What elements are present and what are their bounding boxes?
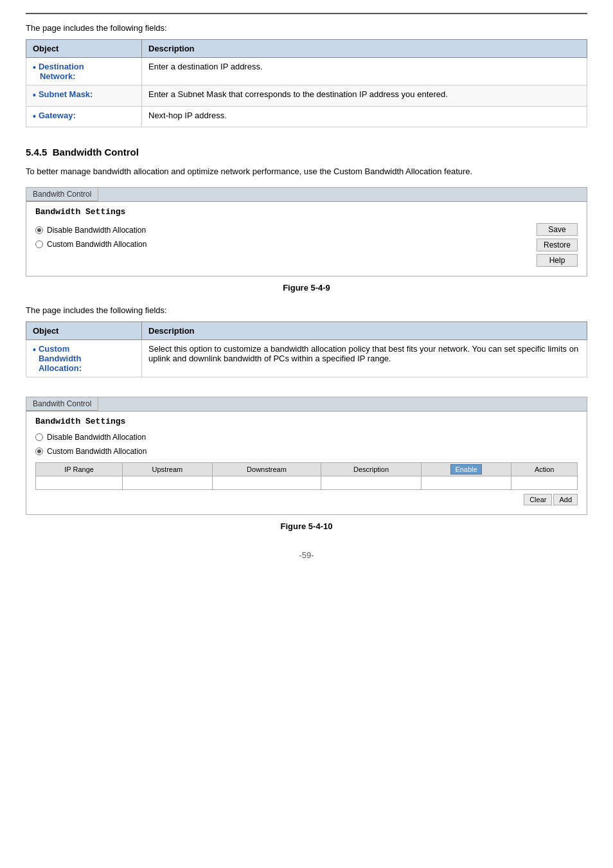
bandwidth-widget-2: Bandwith Control Bandwidth Settings Disa…: [26, 397, 587, 515]
option-custom-label: Custom Bandwidth Allocation: [47, 240, 147, 249]
option-custom-2: Custom Bandwidth Allocation: [35, 447, 578, 456]
option-custom: Custom Bandwidth Allocation: [35, 240, 147, 249]
save-button[interactable]: Save: [537, 223, 578, 236]
option-disable-label-2: Disable Bandwidth Allocation: [47, 433, 146, 442]
option-disable-2: Disable Bandwidth Allocation: [35, 433, 578, 442]
page-number: -59-: [26, 550, 587, 560]
table-row: Custom Bandwidth Allocation: Select this…: [26, 339, 587, 377]
th-description: Description: [321, 462, 421, 476]
fields-table-2: Object Description Custom Bandwidth Allo…: [26, 321, 587, 377]
empty-row: [36, 476, 578, 489]
table-row: Gateway: Next-hop IP address.: [26, 106, 587, 127]
radio-disable-2: [35, 433, 43, 441]
col-header-object: Object: [26, 40, 142, 58]
option-disable: Disable Bandwidth Allocation: [35, 226, 147, 235]
col2-header-description: Description: [142, 321, 587, 339]
table-row: DestinationNetwork: Enter a destination …: [26, 58, 587, 86]
desc-cell: Enter a destination IP address.: [142, 58, 587, 86]
table-row: Subnet Mask: Enter a Subnet Mask that co…: [26, 86, 587, 107]
destination-network-label: DestinationNetwork:: [39, 62, 84, 81]
obj-cell: Custom Bandwidth Allocation:: [26, 339, 142, 377]
option-custom-label-2: Custom Bandwidth Allocation: [47, 447, 147, 456]
th-ip-range: IP Range: [36, 462, 123, 476]
body-paragraph: To better manage bandwidth allocation an…: [26, 165, 587, 178]
widget2-options: Disable Bandwidth Allocation Custom Band…: [35, 433, 578, 456]
top-divider: [26, 13, 587, 14]
radio-disable: [35, 226, 43, 234]
fields-table-1: Object Description DestinationNetwork: E…: [26, 39, 587, 127]
col-header-description: Description: [142, 40, 587, 58]
desc-cell: Next-hop IP address.: [142, 106, 587, 127]
desc-cell: Enter a Subnet Mask that corresponds to …: [142, 86, 587, 107]
subnet-mask-label: Subnet Mask:: [39, 89, 93, 99]
intro-text-1: The page includes the following fields:: [26, 23, 587, 33]
col2-header-object: Object: [26, 321, 142, 339]
intro-text-2: The page includes the following fields:: [26, 305, 587, 315]
figure-1-caption: Figure 5-4-9: [26, 283, 587, 293]
clear-button[interactable]: Clear: [524, 494, 552, 505]
section-number: 5.4.5: [26, 147, 47, 158]
add-button[interactable]: Add: [553, 494, 578, 505]
widget1-inner: Bandwidth Settings Disable Bandwidth All…: [26, 202, 587, 276]
bandwidth-inner-table: IP Range Upstream Downstream Description…: [35, 462, 578, 490]
th-downstream: Downstream: [212, 462, 321, 476]
obj-cell: Gateway:: [26, 106, 142, 127]
radio-custom-2: [35, 448, 43, 455]
gateway-label: Gateway:: [39, 111, 76, 120]
figure-2-caption: Figure 5-4-10: [26, 521, 587, 531]
widget1-tab: Bandwith Control: [26, 188, 98, 201]
th-upstream: Upstream: [123, 462, 212, 476]
action-row: Clear Add: [35, 494, 578, 505]
desc-cell: Select this option to customize a bandwi…: [142, 339, 587, 377]
restore-button[interactable]: Restore: [537, 239, 578, 251]
bandwidth-settings-title: Bandwidth Settings: [35, 207, 578, 217]
section-title: Bandwidth Control: [53, 147, 139, 158]
custom-bandwidth-label: Custom Bandwidth Allocation:: [39, 344, 82, 373]
obj-cell: DestinationNetwork:: [26, 58, 142, 86]
section-heading: 5.4.5 Bandwidth Control: [26, 147, 587, 158]
bandwidth-widget-1: Bandwith Control Bandwidth Settings Disa…: [26, 187, 587, 276]
bandwidth-options: Disable Bandwidth Allocation Custom Band…: [35, 223, 147, 249]
widget2-inner: Bandwidth Settings Disable Bandwidth All…: [26, 411, 587, 514]
radio-custom: [35, 240, 43, 248]
help-button[interactable]: Help: [537, 254, 578, 267]
widget2-tab: Bandwith Control: [26, 397, 98, 411]
obj-cell: Subnet Mask:: [26, 86, 142, 107]
option-disable-label: Disable Bandwidth Allocation: [47, 226, 146, 235]
th-enable: Enable: [421, 462, 511, 476]
th-action: Action: [511, 462, 578, 476]
bandwidth-settings-title-2: Bandwidth Settings: [35, 417, 578, 426]
widget1-buttons: Save Restore Help: [537, 223, 578, 267]
